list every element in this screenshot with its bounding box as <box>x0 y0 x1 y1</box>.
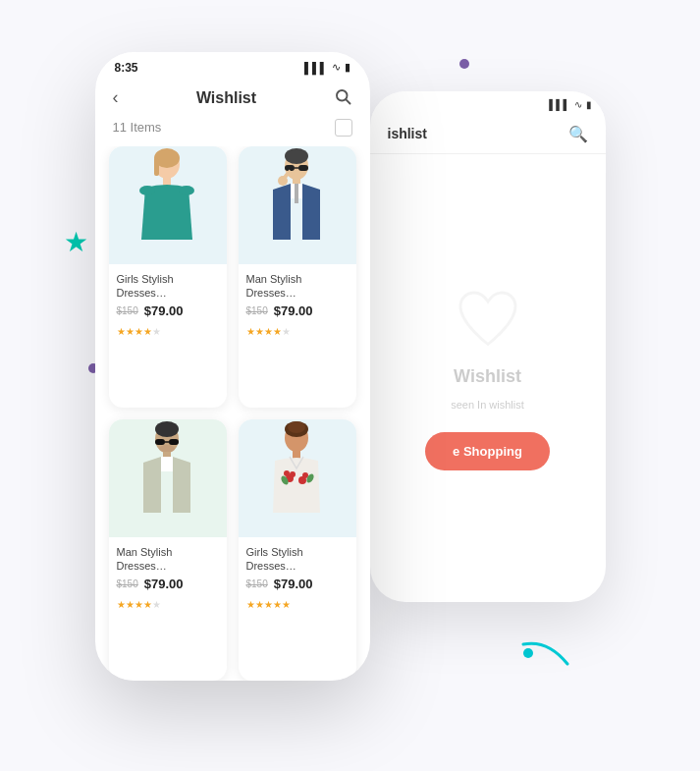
back-header: ishlist 🔍 <box>370 119 606 154</box>
item-old-price-3: $150 <box>117 578 138 589</box>
back-title: ishlist <box>388 126 427 141</box>
cyan-swish-decoration <box>518 639 572 673</box>
item-old-price-2: $150 <box>246 305 268 316</box>
svg-rect-11 <box>298 165 308 171</box>
page-title: Wishlist <box>196 89 256 107</box>
item-name-3: Man Stylish Dresses… <box>117 545 219 574</box>
list-item: Girls Stylish Dresses… $150 $79.00 ★★★★★ <box>239 419 356 681</box>
list-item: Girls Stylish Dresses… $150 $79.00 ★★★★★ <box>109 146 227 408</box>
svg-point-6 <box>139 186 155 195</box>
back-battery-icon: ▮ <box>586 99 592 110</box>
item-image-3 <box>109 419 227 537</box>
star-decoration: ★ <box>64 226 88 258</box>
svg-point-30 <box>284 470 290 476</box>
back-status-icons: ▌▌▌ ∿ ▮ <box>549 99 591 110</box>
empty-wishlist-subtitle: seen In wishlist <box>421 399 554 411</box>
male-model-2 <box>126 419 209 537</box>
item-image-1 <box>109 146 227 264</box>
item-prices-1: $150 $79.00 <box>117 303 219 318</box>
back-search-icon[interactable]: 🔍 <box>568 125 588 143</box>
item-prices-3: $150 $79.00 <box>117 577 219 591</box>
svg-rect-24 <box>161 457 173 471</box>
signal-icon: ▌▌▌ <box>304 62 327 74</box>
list-item: Man Stylish Dresses… $150 $79.00 ★★★★★ <box>109 419 227 681</box>
item-new-price-4: $79.00 <box>274 577 313 591</box>
svg-rect-19 <box>155 439 165 445</box>
select-all-checkbox[interactable] <box>335 119 352 137</box>
item-info-4: Girls Stylish Dresses… $150 $79.00 ★★★★★ <box>239 537 356 619</box>
phones-wrapper: ▌▌▌ ∿ ▮ ishlist 🔍 Wishlist seen In wishl… <box>95 52 606 720</box>
svg-rect-20 <box>169 439 179 445</box>
svg-rect-5 <box>163 178 171 186</box>
list-item: Man Stylish Dresses… $150 $79.00 ★★★★★ <box>239 146 356 408</box>
item-stars-2: ★★★★★ <box>246 321 349 339</box>
empty-wishlist-title: Wishlist <box>454 366 521 387</box>
svg-rect-28 <box>293 451 300 459</box>
item-name-4: Girls Stylish Dresses… <box>246 545 349 574</box>
female-model-2 <box>255 419 339 537</box>
item-info-3: Man Stylish Dresses… $150 $79.00 ★★★★★ <box>109 537 227 619</box>
svg-point-18 <box>155 421 179 437</box>
item-prices-4: $150 $79.00 <box>246 577 349 591</box>
item-name-1: Girls Stylish Dresses… <box>117 272 219 301</box>
item-new-price-3: $79.00 <box>144 577 184 591</box>
item-old-price-4: $150 <box>246 578 268 589</box>
svg-point-7 <box>179 186 194 195</box>
front-status-bar: 8:35 ▌▌▌ ∿ ▮ <box>95 52 370 83</box>
svg-point-27 <box>288 421 305 433</box>
item-info-2: Man Stylish Dresses… $150 $79.00 ★★★★★ <box>239 264 356 346</box>
svg-point-22 <box>159 445 175 453</box>
item-stars-4: ★★★★★ <box>246 594 349 612</box>
items-grid: Girls Stylish Dresses… $150 $79.00 ★★★★★ <box>95 146 370 681</box>
svg-rect-15 <box>295 184 298 203</box>
shop-button[interactable]: e Shopping <box>425 432 550 470</box>
back-signal-icon: ▌▌▌ <box>549 99 569 110</box>
item-info-1: Girls Stylish Dresses… $150 $79.00 ★★★★★ <box>109 264 227 346</box>
phone-back: ▌▌▌ ∿ ▮ ishlist 🔍 Wishlist seen In wishl… <box>370 91 606 602</box>
back-wifi-icon: ∿ <box>574 99 582 110</box>
item-new-price-1: $79.00 <box>144 303 184 318</box>
item-prices-2: $150 $79.00 <box>246 303 349 318</box>
items-count: 11 Items <box>113 120 162 135</box>
item-name-2: Man Stylish Dresses… <box>246 272 349 301</box>
item-stars-3: ★★★★★ <box>117 594 219 612</box>
item-new-price-2: $79.00 <box>274 303 313 318</box>
svg-point-31 <box>290 471 296 477</box>
wifi-icon: ∿ <box>332 61 341 74</box>
item-image-4 <box>239 419 356 537</box>
phone-front: 8:35 ▌▌▌ ∿ ▮ ‹ Wishlist 11 Items <box>95 52 370 681</box>
item-stars-1: ★★★★★ <box>117 321 219 339</box>
front-header: ‹ Wishlist <box>95 83 370 119</box>
male-model-1 <box>255 146 339 264</box>
svg-line-1 <box>347 99 350 103</box>
status-time: 8:35 <box>115 61 138 75</box>
battery-icon: ▮ <box>345 61 350 74</box>
empty-heart-icon <box>454 286 522 355</box>
items-bar: 11 Items <box>95 119 370 146</box>
female-model-1 <box>126 146 209 264</box>
front-status-icons: ▌▌▌ ∿ ▮ <box>304 61 350 74</box>
search-button[interactable] <box>334 87 351 109</box>
back-button[interactable]: ‹ <box>113 87 119 108</box>
item-old-price-1: $150 <box>117 305 138 316</box>
svg-rect-4 <box>154 158 159 176</box>
back-status-bar: ▌▌▌ ∿ ▮ <box>370 91 606 119</box>
item-image-2 <box>239 146 356 264</box>
back-content: Wishlist seen In wishlist e Shopping <box>370 154 606 602</box>
svg-point-9 <box>285 148 308 164</box>
